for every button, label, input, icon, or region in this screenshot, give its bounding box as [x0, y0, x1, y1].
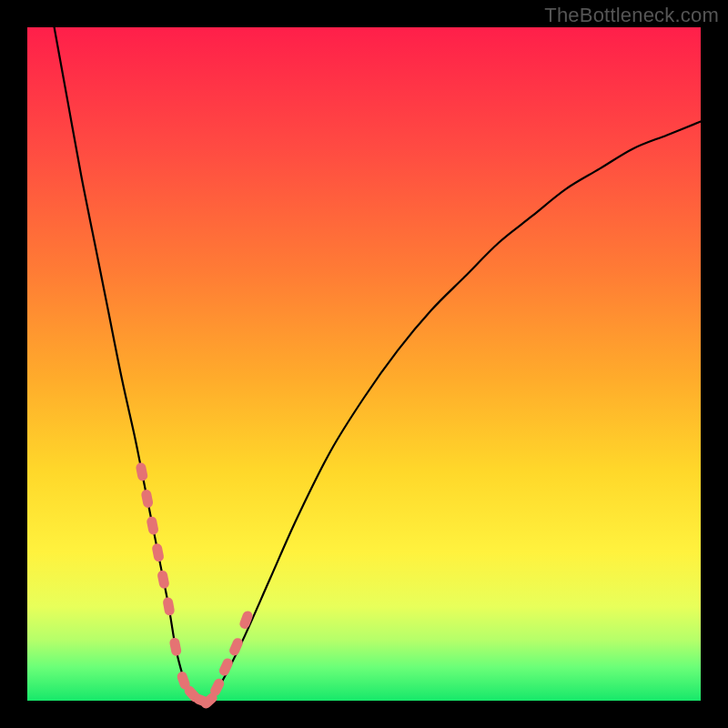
curve-marker: [157, 570, 170, 590]
curve-marker: [217, 657, 234, 678]
marker-group: [135, 462, 254, 711]
curve-marker: [151, 542, 165, 562]
chart-frame: TheBottleneck.com: [0, 0, 728, 728]
bottleneck-curve: [55, 27, 701, 703]
curve-marker: [140, 489, 154, 509]
curve-marker: [228, 636, 244, 657]
curve-marker: [146, 516, 159, 536]
watermark-text: TheBottleneck.com: [544, 4, 719, 27]
curve-marker: [162, 597, 175, 617]
curve-marker: [135, 462, 148, 482]
curve-marker: [168, 637, 182, 657]
chart-svg: [27, 27, 701, 701]
